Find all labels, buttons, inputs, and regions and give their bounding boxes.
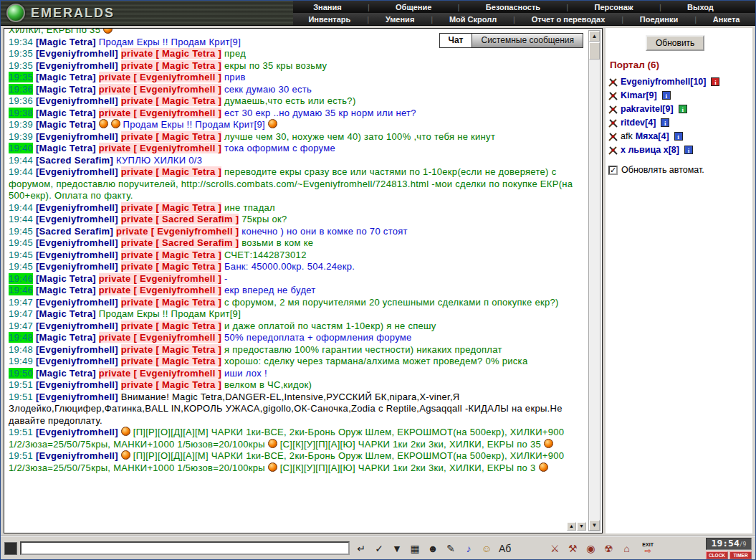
chat-message: 19:51 [Evgeniyfromhell] [П][Р][О][Д][А][… (9, 450, 585, 474)
menu-item-logout[interactable]: Выход (687, 3, 714, 11)
send-icon[interactable]: ↵ (355, 542, 367, 555)
menu-item-inventory[interactable]: Инвентарь (308, 15, 350, 24)
user-name[interactable]: х львица х[8] (621, 145, 679, 155)
message-author[interactable]: [Magic Tetra] (36, 308, 96, 319)
message-author[interactable]: [Evgeniyfromhell] (36, 321, 118, 331)
user-name[interactable]: Kimar[9] (621, 90, 657, 100)
message-author[interactable]: [Evgeniyfromhell] (36, 202, 118, 213)
bomb-icon[interactable]: ☢ (603, 542, 614, 555)
save-icon[interactable]: ▦ (409, 542, 421, 555)
attack-icon[interactable]: ⚔ (549, 542, 560, 555)
message-author[interactable]: [Magic Tetra] (36, 273, 96, 284)
message-author[interactable]: [Magic Tetra] (36, 108, 96, 118)
attack-icon[interactable] (608, 90, 618, 100)
message-author[interactable]: [Magic Tetra] (36, 72, 96, 82)
menu-item-profile[interactable]: Анкета (713, 15, 740, 24)
chat-input[interactable] (20, 541, 350, 555)
message-author[interactable]: [Magic Tetra] (36, 368, 96, 379)
menu-item-fights[interactable]: Поединки (640, 15, 678, 24)
chat-scrollbar[interactable]: ▲ ▼ (588, 30, 601, 531)
message-author[interactable]: [Evgeniyfromhell] (36, 48, 118, 59)
message-author[interactable]: [Magic Tetra] (36, 285, 96, 295)
message-author[interactable]: [Magic Tetra] (36, 37, 96, 47)
exit-button[interactable]: EXIT ⇨ (642, 542, 654, 555)
filter-icon[interactable]: ▼ (391, 542, 403, 555)
menu-item-communication[interactable]: Общение (396, 3, 431, 11)
scroll-jump-down-button[interactable]: ▼ (577, 522, 586, 531)
menu-item-security[interactable]: Безопасность (486, 3, 540, 11)
message-author[interactable]: [Evgeniyfromhell] (36, 261, 118, 272)
tab-system-messages[interactable]: Системные сообщения (472, 33, 583, 48)
message-time: 19:48 (9, 344, 33, 355)
smiley-icon[interactable]: ☺ (481, 542, 492, 555)
auto-refresh-checkbox[interactable] (608, 166, 618, 175)
user-name[interactable]: Evgeniyfromhell[10] (621, 77, 706, 87)
scroll-down-button[interactable]: ▼ (589, 520, 600, 531)
timer-button[interactable]: TIMER (729, 551, 752, 559)
info-icon[interactable]: i (711, 77, 719, 86)
info-icon[interactable]: i (662, 91, 671, 100)
message-author[interactable]: [Evgeniyfromhell] (36, 297, 118, 308)
chat-message: 19:44 [Evgeniyfromhell] private [ Magic … (9, 202, 585, 214)
info-icon[interactable]: i (661, 118, 669, 127)
message-author[interactable]: [Evgeniyfromhell] (36, 450, 118, 461)
private-label: private [ Magic Tetra ] (121, 250, 221, 260)
message-author[interactable]: [Evgeniyfromhell] (36, 427, 118, 437)
smiley-icon (99, 119, 108, 128)
scroll-up-button[interactable]: ▲ (589, 31, 600, 42)
scroll-jump-buttons: ▲ ▼ (567, 522, 586, 531)
message-author[interactable]: [Magic Tetra] (36, 84, 96, 95)
attack-icon[interactable] (608, 145, 618, 154)
attack-icon[interactable] (608, 118, 618, 127)
message-author[interactable]: [Evgeniyfromhell] (36, 166, 118, 177)
attack-icon[interactable] (608, 131, 618, 141)
message-time: 19:35 (9, 60, 33, 71)
music-icon[interactable]: ♪ (463, 542, 474, 555)
translate-icon[interactable]: Аб (499, 542, 511, 555)
edit-icon[interactable]: ✎ (445, 542, 456, 555)
message-author[interactable]: [Evgeniyfromhell] (36, 391, 118, 402)
user-name[interactable]: pakravitel[9] (621, 104, 674, 114)
input-options-button[interactable] (4, 542, 17, 555)
menu-item-character[interactable]: Персонаж (594, 3, 633, 11)
money-icon[interactable]: ◉ (585, 542, 596, 555)
message-author[interactable]: [Sacred Serafim] (36, 226, 113, 237)
scroll-thumb[interactable] (589, 42, 600, 60)
message-author[interactable]: [Evgeniyfromhell] (36, 250, 118, 260)
info-icon[interactable]: i (679, 105, 687, 113)
attack-icon[interactable] (608, 77, 618, 86)
menu-item-knowledge[interactable]: Знания (313, 3, 341, 11)
info-icon[interactable]: i (684, 146, 693, 154)
bank-icon[interactable]: ⌂ (621, 542, 632, 555)
message-author[interactable]: [Magic Tetra] (36, 119, 96, 130)
menu-item-transfer-report[interactable]: Отчет о переводах (532, 15, 606, 24)
clock-button[interactable]: CLOCK (706, 551, 728, 559)
user-name[interactable]: Мяха[4] (636, 131, 669, 141)
menu-item-my-scroll[interactable]: Мой Скролл (449, 15, 497, 24)
forge-icon[interactable]: ⚒ (567, 542, 578, 555)
message-time: 19:50 (9, 368, 33, 379)
message-author[interactable]: [Evgeniyfromhell] (36, 379, 118, 390)
message-author[interactable]: [Magic Tetra] (36, 143, 96, 153)
user-icon[interactable]: ☻ (427, 542, 439, 555)
message-author[interactable]: [Sacred Serafim] (36, 155, 113, 166)
message-author[interactable]: [Evgeniyfromhell] (36, 95, 118, 106)
refresh-button[interactable]: Обновить (646, 35, 704, 51)
private-label: private [ Magic Tetra ] (121, 321, 221, 331)
chat-message: 19:45 [Evgeniyfromhell] private [ Magic … (9, 261, 585, 273)
user-name[interactable]: ritdev[4] (621, 118, 656, 128)
attack-icon[interactable] (608, 104, 618, 113)
message-author[interactable]: [Evgeniyfromhell] (36, 214, 118, 224)
scroll-jump-up-button[interactable]: ▲ (567, 522, 576, 531)
check-icon[interactable]: ✓ (373, 542, 385, 555)
message-author[interactable]: [Evgeniyfromhell] (36, 237, 118, 248)
info-icon[interactable]: i (674, 132, 683, 141)
message-author[interactable]: [Evgeniyfromhell] (36, 60, 118, 71)
message-author[interactable]: [Magic Tetra] (36, 332, 96, 343)
message-author[interactable]: [Evgeniyfromhell] (36, 356, 118, 366)
message-author[interactable]: [Evgeniyfromhell] (36, 131, 118, 142)
menu-item-skills[interactable]: Умения (386, 15, 414, 24)
tab-chat[interactable]: Чат (439, 33, 473, 48)
message-author[interactable]: [Evgeniyfromhell] (36, 344, 118, 355)
message-text: екры по 35 кры возьму (224, 60, 327, 71)
